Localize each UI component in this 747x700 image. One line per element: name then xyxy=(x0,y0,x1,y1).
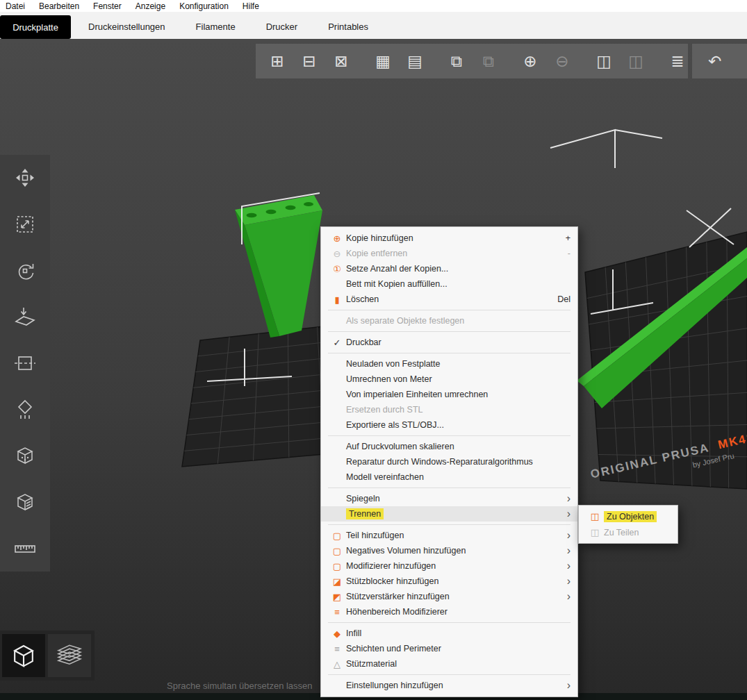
menu-item-height-range-modifier[interactable]: ≡ Höhenbereich Modifizierer xyxy=(321,604,577,619)
support-material-icon: △ xyxy=(328,659,346,669)
menu-bearbeiten[interactable]: Bearbeiten xyxy=(39,1,79,11)
delete-all-icon[interactable]: ⊠ xyxy=(329,49,353,73)
menu-separator xyxy=(328,331,570,332)
tab-drucker[interactable]: Drucker xyxy=(266,22,298,32)
menu-item-set-number-of-copies[interactable]: ① Setze Anzahl der Kopien... xyxy=(321,261,577,276)
support-blocker-icon: ◪ xyxy=(328,576,346,587)
remove-object-icon[interactable]: ⊟ xyxy=(297,49,321,73)
menu-item-layers-and-perimeters[interactable]: ≡ Schichten und Perimeter xyxy=(321,641,577,656)
menu-item-add-modifier[interactable]: ▢ Modifizierer hinzufügen › xyxy=(321,558,577,574)
arrange-icon[interactable]: ▦ xyxy=(371,49,395,73)
menu-konfiguration[interactable]: Konfiguration xyxy=(179,1,229,11)
height-range-icon: ≡ xyxy=(328,607,346,617)
menu-item-convert-from-meters[interactable]: Umrechnen von Meter xyxy=(321,372,577,387)
menu-item-convert-from-imperial[interactable]: Von imperialen Einheiten umrechnen xyxy=(321,387,577,402)
infill-icon: ◆ xyxy=(328,628,346,639)
menu-item-support-material[interactable]: △ Stützmaterial xyxy=(321,656,577,672)
submenu-arrow-icon: › xyxy=(567,576,570,587)
menu-item-export-as-stl-obj[interactable]: Exportiere als STL/OBJ... xyxy=(321,417,577,433)
split-submenu: ◫ Zu Objekten ◫ Zu Teilen xyxy=(578,505,678,544)
tab-filamente[interactable]: Filamente xyxy=(196,22,236,32)
menu-separator xyxy=(328,488,570,488)
paint-supports-icon[interactable] xyxy=(6,393,44,426)
menu-item-delete[interactable]: ▮ Löschen Del xyxy=(321,292,577,307)
menu-separator xyxy=(328,524,570,525)
left-toolbar xyxy=(0,155,50,572)
checkmark-icon: ✓ xyxy=(328,338,346,348)
tab-druckplatte[interactable]: Druckplatte xyxy=(0,15,71,39)
scale-icon[interactable] xyxy=(6,208,44,241)
paste-icon: ⧉ xyxy=(477,49,500,73)
menu-item-simplify-model[interactable]: Modell vereinfachen xyxy=(321,469,577,485)
tabbar: Druckplatte Druckeinstellungen Filamente… xyxy=(0,12,747,39)
menu-datei[interactable]: Datei xyxy=(6,1,25,11)
menu-separator xyxy=(328,435,570,436)
submenu-item-to-parts: ◫ Zu Teilen xyxy=(579,524,678,540)
submenu-arrow-icon: › xyxy=(567,560,570,572)
delete-icon: ▮ xyxy=(328,294,346,305)
menu-item-replace-with-stl: Ersetzen durch STL xyxy=(321,402,577,417)
menubar: Datei Bearbeiten Fenster Anzeige Konfigu… xyxy=(0,0,747,12)
submenu-arrow-icon: › xyxy=(567,545,570,556)
menu-item-fill-bed-with-copies[interactable]: Bett mit Kopien auffüllen... xyxy=(321,276,577,292)
layers-icon: ≡ xyxy=(328,644,346,654)
split-to-parts-icon: ◫ xyxy=(624,49,648,73)
menu-item-fix-through-windows[interactable]: Reparatur durch Windows-Reparaturalgorit… xyxy=(321,454,577,469)
rotate-icon[interactable] xyxy=(6,254,44,288)
menu-hilfe[interactable]: Hilfe xyxy=(243,1,259,11)
menu-item-split[interactable]: Trennen › xyxy=(321,506,577,522)
object-context-menu: ⊕ Kopie hinzufügen + ⊖ Kopie entfernen -… xyxy=(320,226,578,697)
add-object-icon[interactable]: ⊞ xyxy=(265,49,289,73)
tab-printables[interactable]: Printables xyxy=(328,22,368,32)
menu-item-add-settings[interactable]: Einstellungen hinzufügen › xyxy=(321,678,577,693)
menu-item-add-support-blocker[interactable]: ◪ Stützblocker hinzufügen › xyxy=(321,574,577,589)
add-modifier-icon: ▢ xyxy=(328,561,346,572)
set-copies-icon: ① xyxy=(328,264,346,274)
undo-toolbar: ↶ ↷ xyxy=(692,44,747,78)
menu-item-remove-copy: ⊖ Kopie entfernen - xyxy=(321,246,577,261)
arrange-gap-icon[interactable]: ▤ xyxy=(403,49,427,73)
split-to-parts-icon: ◫ xyxy=(586,527,604,538)
variable-layer-height-icon[interactable]: ≣ xyxy=(666,49,689,73)
cut-icon[interactable] xyxy=(6,347,44,380)
seam-painting-icon[interactable] xyxy=(6,439,44,472)
menu-anzeige[interactable]: Anzeige xyxy=(136,1,165,11)
remove-instance-icon: ⊖ xyxy=(550,49,574,73)
menu-item-add-part[interactable]: ▢ Teil hinzufügen › xyxy=(321,528,577,543)
remove-copy-icon: ⊖ xyxy=(328,249,346,259)
multimaterial-painting-icon[interactable] xyxy=(6,485,44,519)
split-to-objects-icon[interactable]: ◫ xyxy=(592,49,616,73)
undo-icon[interactable]: ↶ xyxy=(703,49,727,73)
submenu-arrow-icon: › xyxy=(567,493,570,504)
move-icon[interactable] xyxy=(6,161,44,194)
add-copy-icon: ⊕ xyxy=(328,233,346,244)
menu-item-infill[interactable]: ◆ Infill xyxy=(321,626,577,641)
submenu-item-to-objects[interactable]: ◫ Zu Objekten xyxy=(579,508,678,524)
submenu-arrow-icon: › xyxy=(567,591,570,602)
copy-icon[interactable]: ⧉ xyxy=(445,49,468,73)
layer-preview-icon[interactable] xyxy=(48,634,91,677)
submenu-arrow-icon: › xyxy=(567,680,570,691)
menu-item-add-support-enforcer[interactable]: ◩ Stützverstärker hinzufügen › xyxy=(321,589,577,604)
view-mode-toolbar xyxy=(0,631,95,681)
highlighted-label: Trennen xyxy=(346,508,384,519)
menu-separator xyxy=(328,310,570,310)
menu-separator xyxy=(328,674,570,675)
menu-item-printable[interactable]: ✓ Druckbar xyxy=(321,335,577,350)
place-on-face-icon[interactable] xyxy=(6,300,44,333)
editor-3d-view-icon[interactable] xyxy=(2,634,45,677)
add-instance-icon[interactable]: ⊕ xyxy=(518,49,542,73)
menu-item-reload-from-disk[interactable]: Neuladen von Festplatte xyxy=(321,356,577,372)
menu-item-mirror[interactable]: Spiegeln › xyxy=(321,491,577,506)
measure-icon[interactable] xyxy=(6,532,44,565)
menu-separator xyxy=(328,622,570,623)
menu-item-add-negative-volume[interactable]: ▢ Negatives Volumen hinzufügen › xyxy=(321,543,577,558)
menu-item-add-copy[interactable]: ⊕ Kopie hinzufügen + xyxy=(321,231,577,246)
split-to-objects-icon: ◫ xyxy=(586,511,604,522)
tab-druckeinstellungen[interactable]: Druckeinstellungen xyxy=(88,22,165,32)
menu-item-scale-to-print-volume[interactable]: Auf Druckvolumen skalieren xyxy=(321,439,577,454)
add-part-icon: ▢ xyxy=(328,531,346,541)
menu-separator xyxy=(328,353,570,353)
redo-icon: ↷ xyxy=(742,49,747,73)
menu-fenster[interactable]: Fenster xyxy=(93,1,122,11)
